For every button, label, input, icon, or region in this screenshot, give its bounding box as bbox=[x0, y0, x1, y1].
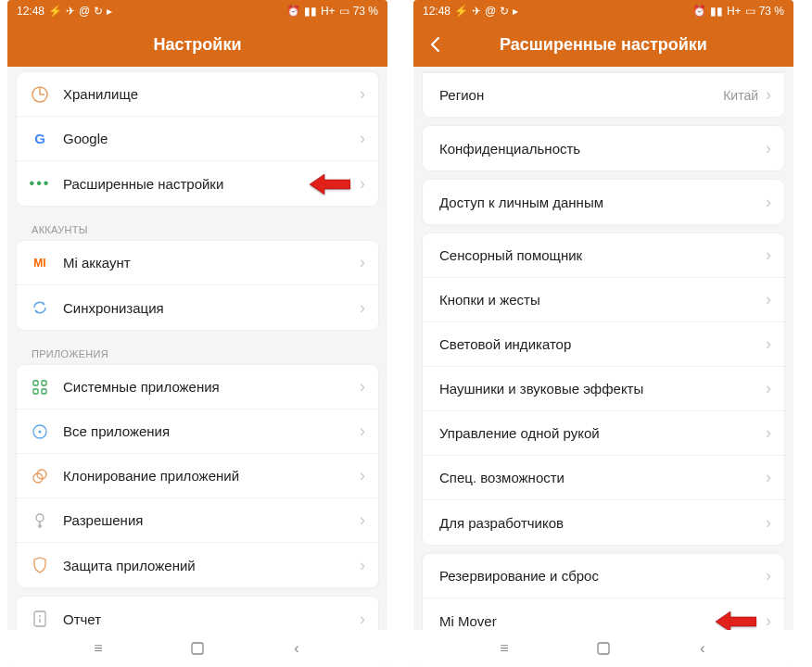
status-battery: 73 % bbox=[759, 5, 784, 18]
nav-recents-icon[interactable]: ≡ bbox=[90, 640, 107, 657]
status-alarm-icon: ⏰ bbox=[286, 5, 300, 18]
settings-group-1: Хранилище › G Google › ••• Расширенные н… bbox=[17, 72, 378, 206]
status-time: 12:48 bbox=[423, 5, 450, 18]
row-led[interactable]: Световой индикатор › bbox=[423, 322, 784, 367]
row-sync[interactable]: Синхронизация › bbox=[17, 285, 378, 330]
chevron-right-icon: › bbox=[360, 556, 365, 575]
chevron-right-icon: › bbox=[360, 466, 365, 485]
dots-icon: ••• bbox=[30, 173, 50, 194]
row-buttons-gestures[interactable]: Кнопки и жесты › bbox=[423, 278, 784, 322]
row-quick-ball[interactable]: Сенсорный помощник › bbox=[423, 233, 784, 278]
group-region: Регион Китай › bbox=[423, 72, 784, 117]
row-label: Световой индикатор bbox=[439, 336, 766, 352]
settings-content[interactable]: Хранилище › G Google › ••• Расширенные н… bbox=[7, 67, 387, 630]
row-label: Сенсорный помощник bbox=[439, 247, 766, 263]
row-label: Mi аккаунт bbox=[63, 255, 360, 271]
row-developer[interactable]: Для разработчиков › bbox=[423, 500, 784, 545]
row-region[interactable]: Регион Китай › bbox=[423, 72, 784, 117]
row-label: Системные приложения bbox=[63, 379, 360, 395]
chevron-right-icon: › bbox=[360, 422, 365, 441]
row-label: Клонирование приложений bbox=[63, 468, 360, 484]
nav-home-icon[interactable] bbox=[595, 640, 612, 657]
titlebar: Настройки bbox=[7, 22, 387, 67]
mi-icon: MI bbox=[30, 253, 50, 273]
group-features: Сенсорный помощник › Кнопки и жесты › Св… bbox=[423, 233, 784, 545]
row-accessibility[interactable]: Спец. возможности › bbox=[423, 456, 784, 500]
svg-point-13 bbox=[39, 615, 41, 617]
svg-rect-2 bbox=[33, 381, 38, 385]
row-all-apps[interactable]: Все приложения › bbox=[17, 409, 378, 454]
chevron-right-icon: › bbox=[360, 174, 365, 194]
chevron-right-icon: › bbox=[766, 193, 771, 212]
chevron-right-icon: › bbox=[360, 129, 365, 148]
page-title: Настройки bbox=[154, 35, 242, 55]
row-one-hand[interactable]: Управление одной рукой › bbox=[423, 411, 784, 456]
row-app-protection[interactable]: Защита приложений › bbox=[17, 543, 378, 587]
row-headphones[interactable]: Наушники и звуковые эффекты › bbox=[423, 367, 784, 411]
status-play-icon: ▸ bbox=[513, 5, 518, 18]
row-storage[interactable]: Хранилище › bbox=[17, 72, 378, 117]
status-bar: 12:48 ⚡ ✈ @ ↻ ▸ ⏰ ▮▮ H+ ▭ 73 % bbox=[413, 0, 793, 22]
status-telegram-icon: ✈ bbox=[472, 5, 481, 18]
row-label: Все приложения bbox=[63, 423, 360, 439]
status-loop-icon: ↻ bbox=[94, 5, 103, 18]
row-personal-data[interactable]: Доступ к личным данным › bbox=[423, 180, 784, 224]
sync-icon bbox=[30, 297, 50, 318]
status-loop-icon: ↻ bbox=[500, 5, 509, 18]
row-mi-mover[interactable]: Mi Mover › bbox=[423, 598, 784, 630]
row-label: Расширенные настройки bbox=[63, 176, 360, 192]
nav-home-icon[interactable] bbox=[189, 640, 206, 657]
svg-rect-3 bbox=[42, 381, 46, 385]
chevron-right-icon: › bbox=[360, 298, 365, 318]
nav-bar: ≡ ‹ bbox=[7, 630, 387, 667]
status-telegram-icon: ✈ bbox=[66, 5, 75, 18]
status-play-icon: ▸ bbox=[107, 5, 112, 18]
row-label: Доступ к личным данным bbox=[439, 195, 766, 210]
row-label: Резервирование и сброс bbox=[439, 568, 766, 584]
row-label: Наушники и звуковые эффекты bbox=[439, 381, 766, 396]
svg-rect-14 bbox=[192, 643, 203, 654]
chevron-right-icon: › bbox=[766, 85, 771, 105]
svg-rect-4 bbox=[33, 389, 38, 394]
nav-recents-icon[interactable]: ≡ bbox=[496, 640, 513, 657]
google-icon: G bbox=[30, 129, 50, 149]
svg-rect-5 bbox=[42, 389, 46, 394]
nav-back-icon[interactable]: ‹ bbox=[288, 640, 305, 657]
row-label: Разрешения bbox=[63, 512, 360, 528]
row-label: Регион bbox=[439, 87, 723, 103]
status-alarm-icon: ⏰ bbox=[692, 5, 706, 18]
perm-icon bbox=[30, 510, 50, 531]
row-permissions[interactable]: Разрешения › bbox=[17, 498, 378, 543]
status-signal-icon: ▮▮ bbox=[710, 5, 723, 18]
row-advanced-settings[interactable]: ••• Расширенные настройки › bbox=[17, 161, 378, 206]
row-label: Mi Mover bbox=[439, 613, 766, 629]
svg-point-8 bbox=[33, 473, 43, 483]
status-network: H+ bbox=[727, 5, 742, 18]
back-button[interactable] bbox=[425, 33, 447, 56]
row-backup-reset[interactable]: Резервирование и сброс › bbox=[423, 554, 784, 598]
status-battery-icon: ▭ bbox=[745, 5, 755, 18]
group-privacy: Конфиденциальность › bbox=[423, 126, 784, 170]
row-mi-account[interactable]: MI Mi аккаунт › bbox=[17, 241, 378, 285]
apps-icon bbox=[30, 377, 50, 397]
row-privacy[interactable]: Конфиденциальность › bbox=[423, 126, 784, 170]
chevron-right-icon: › bbox=[766, 334, 771, 354]
group-backup: Резервирование и сброс › Mi Mover › bbox=[423, 554, 784, 630]
row-system-apps[interactable]: Системные приложения › bbox=[17, 365, 378, 409]
titlebar: Расширенные настройки bbox=[413, 22, 793, 67]
chevron-right-icon: › bbox=[766, 423, 771, 443]
row-clone-apps[interactable]: Клонирование приложений › bbox=[17, 454, 378, 498]
row-label: Хранилище bbox=[63, 86, 360, 102]
clone-icon bbox=[30, 466, 50, 486]
svg-point-9 bbox=[37, 470, 46, 479]
nav-back-icon[interactable]: ‹ bbox=[694, 640, 711, 657]
status-at-icon: @ bbox=[485, 5, 496, 18]
row-google[interactable]: G Google › bbox=[17, 117, 378, 161]
shield-icon bbox=[30, 555, 50, 575]
section-header-accounts: АККАУНТЫ bbox=[17, 215, 378, 241]
row-label: Синхронизация bbox=[63, 300, 360, 316]
advanced-content[interactable]: Регион Китай › Конфиденциальность › Дост… bbox=[413, 67, 793, 630]
row-value: Китай bbox=[723, 88, 758, 103]
row-report[interactable]: Отчет › bbox=[17, 597, 378, 630]
row-label: Для разработчиков bbox=[439, 515, 766, 531]
